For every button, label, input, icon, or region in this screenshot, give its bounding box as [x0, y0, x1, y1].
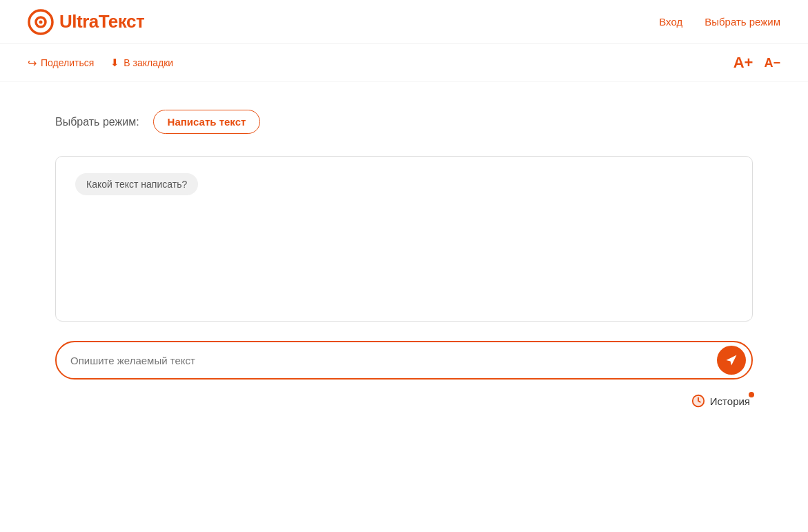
- logo-black-part: Ultra: [59, 11, 99, 32]
- svg-point-2: [39, 20, 43, 23]
- mode-selector-label: Выбрать режим:: [55, 116, 139, 128]
- logo-link[interactable]: UltraТекст: [28, 9, 144, 35]
- history-area: История: [55, 393, 753, 408]
- share-button[interactable]: ↪ Поделиться: [28, 57, 94, 70]
- mode-selector: Выбрать режим: Написать текст: [55, 110, 753, 134]
- navbar: UltraТекст Вход Выбрать режим: [0, 0, 808, 44]
- toolbar-right: A+ A−: [733, 55, 780, 70]
- font-increase-button[interactable]: A+: [733, 55, 753, 70]
- logo-icon: [28, 9, 54, 35]
- font-decrease-button[interactable]: A−: [764, 57, 780, 69]
- logo-text: UltraТекст: [59, 11, 144, 32]
- toolbar: ↪ Поделиться ⬇ В закладки A+ A−: [0, 44, 808, 82]
- clock-icon: [691, 393, 706, 408]
- history-button[interactable]: История: [691, 393, 750, 408]
- main-content: Выбрать режим: Написать текст Какой текс…: [0, 82, 808, 436]
- history-notification-dot: [749, 392, 754, 397]
- logo-orange-part: Текст: [99, 11, 144, 32]
- send-button[interactable]: [717, 346, 746, 375]
- bookmark-label: В закладки: [124, 57, 173, 68]
- login-link[interactable]: Вход: [659, 16, 682, 28]
- history-label: История: [710, 395, 750, 407]
- describe-text-input[interactable]: [70, 355, 717, 366]
- text-area-placeholder-chip: Какой текст написать?: [75, 173, 198, 195]
- nav-links: Вход Выбрать режим: [659, 16, 780, 28]
- share-icon: ↪: [28, 57, 37, 70]
- choose-mode-link[interactable]: Выбрать режим: [704, 16, 780, 28]
- bookmark-icon: ⬇: [110, 57, 119, 69]
- input-row: [55, 341, 753, 380]
- send-icon: [725, 354, 738, 366]
- text-output-area: Какой текст написать?: [55, 156, 753, 322]
- share-label: Поделиться: [41, 57, 94, 68]
- toolbar-left: ↪ Поделиться ⬇ В закладки: [28, 57, 173, 70]
- bookmark-button[interactable]: ⬇ В закладки: [110, 57, 173, 69]
- mode-button[interactable]: Написать текст: [153, 110, 261, 134]
